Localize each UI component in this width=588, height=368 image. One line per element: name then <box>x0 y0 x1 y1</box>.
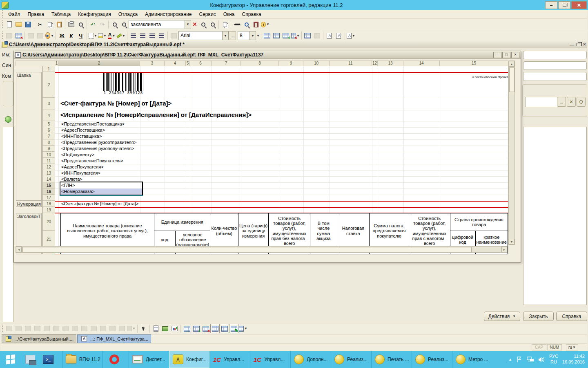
row-header[interactable]: 15 <box>42 182 55 188</box>
column-header[interactable]: 15 <box>440 61 508 66</box>
network-icon[interactable] <box>527 357 534 363</box>
epf-restore-button[interactable] <box>577 43 580 46</box>
search-input[interactable] <box>129 20 185 29</box>
insert-text-button[interactable] <box>151 324 160 333</box>
move-left-button[interactable] <box>325 31 334 40</box>
insert-chart-button[interactable] <box>170 324 179 333</box>
grid-snap-button[interactable]: ▼ <box>127 324 136 333</box>
space-vertically-button[interactable] <box>108 324 117 333</box>
menu-help[interactable]: Справка <box>238 11 265 18</box>
show-grid-button[interactable] <box>272 31 281 40</box>
row-header[interactable]: 2 <box>42 72 55 98</box>
cell-buyer[interactable]: <ПредставлениеПокупателя> <box>61 158 123 164</box>
section-numbering[interactable]: Нумерация. <box>16 201 42 207</box>
tab-epf-document[interactable]: ...\СчетФактураВыданный.... <box>2 334 76 343</box>
powershell-button[interactable]: >_ <box>39 351 57 368</box>
column-header[interactable]: 12 <box>372 61 378 66</box>
db-config-button[interactable] <box>26 31 36 40</box>
save-button[interactable] <box>23 20 33 29</box>
cell-supplier[interactable]: <ПредставлениеПоставщика> <box>61 121 125 127</box>
print-preview-button[interactable] <box>76 20 85 29</box>
cell-by-document[interactable]: <ПоДокументу> <box>61 152 94 158</box>
open-button[interactable] <box>14 20 23 29</box>
taskbar-item-1c-enterprise[interactable]: 1С Управл... <box>250 351 290 368</box>
row-header[interactable]: 17 <box>42 195 55 201</box>
cells-grid[interactable]: к постановлению Правит 1 234567 890128 <… <box>55 66 508 254</box>
align-top-edges-button[interactable] <box>33 324 42 333</box>
col-price[interactable]: Цена (тариф) за единицу измерения <box>238 213 269 249</box>
name-field[interactable] <box>523 51 587 59</box>
menu-table[interactable]: Таблица <box>48 11 74 18</box>
new-document-button[interactable] <box>4 20 14 29</box>
underline-button[interactable]: Ч <box>76 31 85 40</box>
mxl-maximize-button[interactable]: □ <box>502 52 510 58</box>
cell-consignee[interactable]: <ПредставлениеГрузополучателя> <box>61 146 134 152</box>
cell-buyer-address[interactable]: <АдресПокупателя> <box>61 164 104 170</box>
clear-button[interactable]: ✕ <box>567 97 576 107</box>
row-header[interactable]: 18 <box>42 201 55 207</box>
tray-expand-icon[interactable]: ▲ <box>508 357 512 361</box>
row-header[interactable]: 11 <box>42 158 55 164</box>
italic-button[interactable]: К <box>67 31 76 40</box>
minimize-button[interactable]: – <box>545 1 557 9</box>
volume-icon[interactable] <box>538 357 545 363</box>
actions-button[interactable]: Действия ▼ <box>484 312 520 321</box>
epf-close-button[interactable]: ✕ <box>583 42 586 47</box>
col-cost-no-tax[interactable]: Стоимость товаров (работ, услуг), имущес… <box>269 213 310 249</box>
scroll-up-button[interactable]: ▲ <box>509 61 514 67</box>
col-excise[interactable]: В том числе сумма акциза <box>310 213 337 249</box>
delete-row-button[interactable]: ×▼ <box>291 31 300 40</box>
font-name-dropdown-button[interactable]: ▼ <box>223 31 229 40</box>
comment-field[interactable] <box>523 72 587 81</box>
column-header[interactable]: 7 <box>212 61 241 66</box>
close-form-button[interactable]: Закрыть <box>523 312 554 321</box>
row-header[interactable]: 10 <box>42 152 55 158</box>
taskbar-item-window[interactable]: Дополн... <box>290 351 331 368</box>
horizontal-scrollbar[interactable]: ◄ ► <box>16 246 508 253</box>
print-button[interactable] <box>67 20 76 29</box>
font-name-input[interactable] <box>178 31 223 40</box>
menu-file[interactable]: Файл <box>4 11 24 18</box>
menu-edit[interactable]: Правка <box>24 11 48 18</box>
epf-minimize-button[interactable]: — <box>570 42 574 47</box>
clock[interactable]: 11:42 16.09.2016 <box>562 354 585 365</box>
col-tax-amount[interactable]: Сумма налога, предъявляемая покупателю <box>370 213 409 249</box>
show-headers-toggle-button[interactable] <box>220 324 229 333</box>
row-header[interactable]: 5 <box>42 121 55 127</box>
help-button[interactable]: Справка <box>556 312 587 321</box>
center-vertically-button[interactable] <box>70 324 80 333</box>
names-button[interactable] <box>303 31 312 40</box>
font-size-dropdown-button[interactable]: ▼ <box>250 31 256 40</box>
taskbar-item-opera[interactable] <box>102 351 129 368</box>
row-header[interactable]: 4 <box>42 110 55 121</box>
bold-button[interactable]: Ж <box>57 31 67 40</box>
highlight-button[interactable]: ▼ <box>116 31 126 40</box>
cell-invoice-title[interactable]: <Счет-фактура № [Номер] от [Дата]> <box>60 100 172 107</box>
duplicate-button[interactable] <box>220 20 229 29</box>
taskbar-item-window[interactable]: Печать ... <box>371 351 412 368</box>
selection-frame[interactable] <box>60 182 143 195</box>
row-header[interactable]: 3 <box>42 98 55 110</box>
column-header[interactable]: 4 <box>165 61 186 66</box>
synonym-field[interactable] <box>523 61 587 70</box>
row-header[interactable]: 6 <box>42 127 55 133</box>
cut-button[interactable]: ✂ <box>36 20 45 29</box>
row-header[interactable]: 7 <box>42 133 55 139</box>
col-quantity[interactable]: Коли-чество (объем) <box>210 213 238 249</box>
db-table-button[interactable] <box>36 31 45 40</box>
col-country-group[interactable]: Страна происхождения товара <box>450 213 508 231</box>
column-header[interactable]: 10 <box>303 61 330 66</box>
syntax-check-button[interactable] <box>232 20 242 29</box>
column-header[interactable]: 9 <box>279 61 303 66</box>
mxl-titlebar[interactable]: A C:\Users\Администратор\Desktop\ВПФ 11.… <box>14 51 521 59</box>
column-header[interactable]: 8 <box>241 61 279 66</box>
find-button[interactable] <box>119 20 129 29</box>
col-cost-with-tax[interactable]: Стоимость товаров (работ, услуг), имущес… <box>409 213 450 249</box>
row-header[interactable]: 1 <box>42 66 55 72</box>
row-header[interactable]: 21 <box>42 231 55 248</box>
borders-button[interactable]: ▼ <box>88 31 98 40</box>
merge-cells-button[interactable] <box>169 31 178 40</box>
column-header[interactable]: 13 <box>378 61 403 66</box>
cell-correction-title[interactable]: <Исправление № [НомерИсправления] от [Да… <box>60 111 252 118</box>
insert-row-button[interactable]: + <box>281 31 291 40</box>
